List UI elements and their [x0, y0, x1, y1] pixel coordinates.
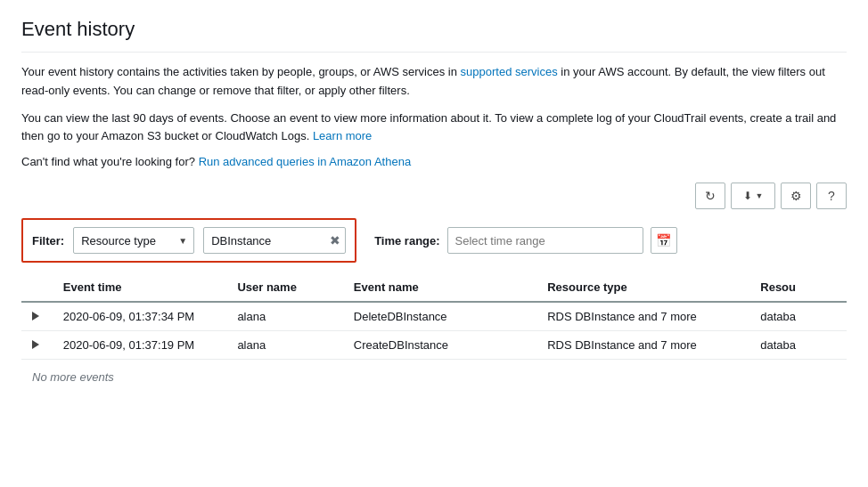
col-event-name: Event name [343, 273, 536, 302]
learn-more-link[interactable]: Learn more [313, 129, 372, 142]
page-title: Event history [21, 18, 847, 41]
advanced-query-link[interactable]: Run advanced queries in Amazon Athena [199, 155, 412, 168]
cell-event-time: 2020-06-09, 01:37:19 PM [53, 331, 227, 360]
no-more-events: No more events [21, 360, 847, 394]
download-button[interactable]: ⬇ ▼ [731, 183, 775, 209]
filter-label: Filter: [32, 234, 64, 248]
refresh-button[interactable]: ↻ [695, 183, 725, 209]
cell-user-name: alana [226, 302, 342, 331]
calendar-button[interactable]: 📅 [651, 227, 677, 254]
settings-button[interactable]: ⚙ [781, 183, 811, 209]
col-resource: Resou [749, 273, 847, 302]
expand-cell[interactable] [21, 302, 53, 331]
description-1: Your event history contains the activiti… [21, 63, 847, 101]
cell-resource: databa [749, 331, 847, 360]
expand-cell[interactable] [21, 331, 53, 360]
table-row[interactable]: 2020-06-09, 01:37:34 PMalanaDeleteDBInst… [21, 302, 847, 331]
table-header-row: Event time User name Event name Resource… [21, 273, 847, 302]
toolbar: ↻ ⬇ ▼ ⚙ ? [21, 183, 847, 209]
expand-icon[interactable] [32, 340, 39, 349]
description-2: You can view the last 90 days of events.… [21, 110, 847, 147]
cell-user-name: alana [226, 331, 342, 360]
col-resource-type: Resource type [536, 273, 749, 302]
cell-resource-type: RDS DBInstance and 7 more [536, 331, 749, 360]
col-expand [21, 273, 53, 302]
filter-clear-button[interactable]: ✖ [330, 234, 340, 247]
cell-event-name: CreateDBInstance [343, 331, 536, 360]
col-event-time: Event time [53, 273, 227, 302]
event-table: Event time User name Event name Resource… [21, 273, 847, 360]
table-row[interactable]: 2020-06-09, 01:37:19 PMalanaCreateDBInst… [21, 331, 847, 360]
supported-services-link[interactable]: supported services [461, 65, 558, 78]
time-range-input[interactable] [447, 227, 643, 254]
col-user-name: User name [226, 273, 342, 302]
expand-icon[interactable] [32, 312, 39, 321]
filter-type-select[interactable]: Resource type Event name AWS access key … [73, 227, 194, 254]
help-button[interactable]: ? [816, 183, 847, 209]
filter-select-wrapper: Resource type Event name AWS access key … [73, 227, 194, 254]
time-range-label: Time range: [374, 234, 439, 248]
filter-value-input[interactable] [203, 227, 346, 254]
time-range-section: Time range: 📅 [374, 227, 676, 254]
filter-row: Filter: Resource type Event name AWS acc… [21, 218, 847, 263]
cell-event-name: DeleteDBInstance [343, 302, 536, 331]
cell-resource-type: RDS DBInstance and 7 more [536, 302, 749, 331]
advanced-query-section: Can't find what you're looking for? Run … [21, 155, 847, 168]
cell-event-time: 2020-06-09, 01:37:34 PM [53, 302, 227, 331]
filter-input-wrapper: ✖ [203, 227, 346, 254]
filter-bar: Filter: Resource type Event name AWS acc… [21, 218, 356, 263]
cell-resource: databa [749, 302, 847, 331]
